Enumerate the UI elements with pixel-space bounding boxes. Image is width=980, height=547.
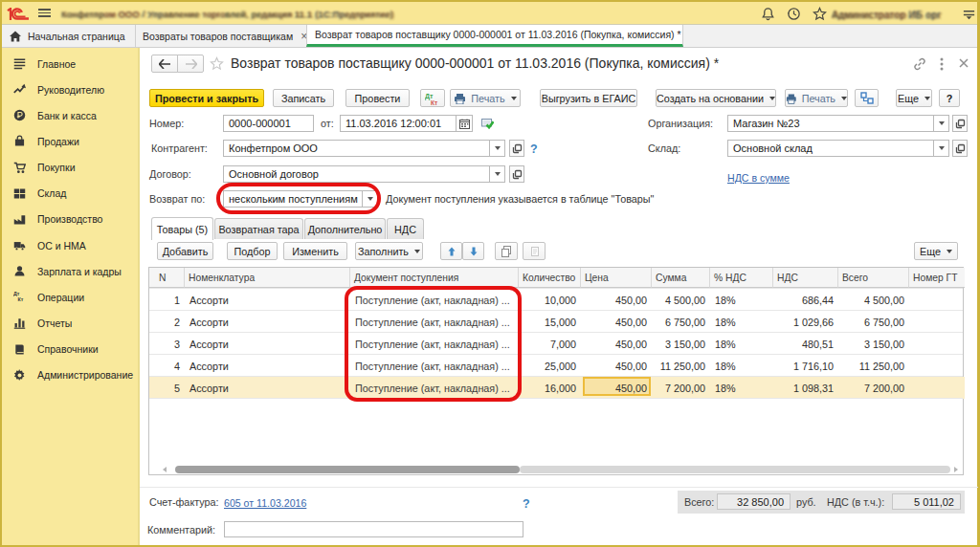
- svg-text:Кт: Кт: [18, 297, 24, 303]
- svg-text:Кт: Кт: [431, 98, 437, 105]
- svg-text:Дт: Дт: [13, 292, 20, 297]
